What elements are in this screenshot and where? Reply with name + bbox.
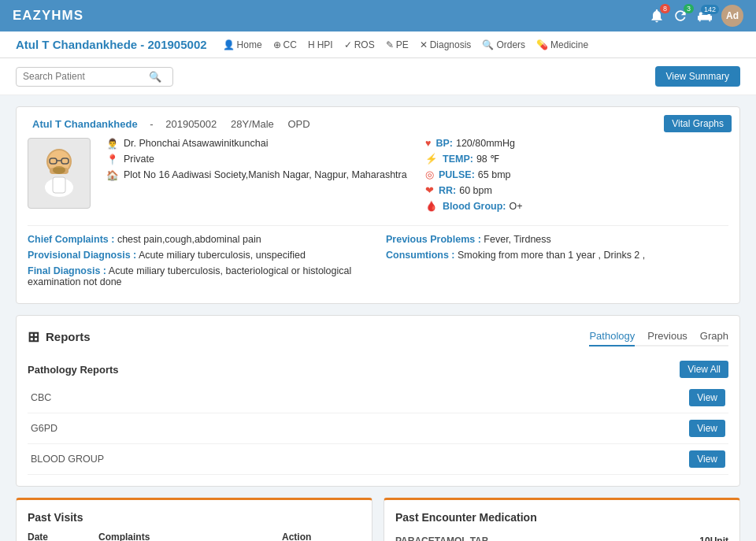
- view-cbc-button[interactable]: View: [689, 389, 725, 406]
- vital-graphs-button[interactable]: Vital Graphs: [664, 115, 732, 132]
- doctor-icon: 👨‍⚕️: [106, 138, 119, 150]
- previous-problems-value: Fever, Tirdness: [484, 234, 550, 245]
- temp-row: ⚡ TEMP: 98 ℉: [425, 153, 728, 165]
- svg-point-10: [53, 166, 65, 174]
- bp-icon: ♥: [425, 138, 431, 149]
- search-box[interactable]: 🔍: [16, 67, 173, 87]
- nav-link-diagnosis[interactable]: ✕ Diagnosis: [420, 39, 472, 50]
- notification-icon-wrapper[interactable]: 8: [649, 8, 665, 24]
- ros-icon: ✓: [344, 39, 352, 50]
- avatar-svg: [35, 144, 83, 203]
- chief-complaints-row: Chief Complaints : chest pain,cough,abdo…: [28, 234, 370, 245]
- refresh-icon-wrapper[interactable]: 3: [673, 8, 688, 24]
- report-row-blood-group: BLOOD GROUP View: [28, 444, 728, 475]
- orders-icon: 🔍: [482, 39, 494, 50]
- refresh-badge: 3: [684, 4, 694, 13]
- patient-name: Atul T Chandankhede: [32, 118, 138, 130]
- patient-avatar: [28, 138, 91, 209]
- svg-rect-0: [699, 17, 710, 19]
- patient-card: Vital Graphs Atul T Chandankhede - 20190…: [16, 106, 740, 304]
- separator: -: [150, 118, 153, 130]
- search-input[interactable]: [23, 71, 149, 82]
- navbar-icons: 8 3 142 Ad: [649, 5, 743, 27]
- grid-icon: ⊞: [28, 328, 39, 346]
- reports-tabs: Pathology Previous Graph: [589, 327, 728, 346]
- diagnosis-icon: ✕: [420, 39, 428, 50]
- patient-info-header: Atul T Chandankhede - 201905002 28Y/Male…: [28, 118, 728, 130]
- medicine-icon: 💊: [536, 39, 548, 50]
- tab-previous[interactable]: Previous: [647, 327, 687, 346]
- address-text: Plot No 16 Aadiwasi Society,Manish Nagar…: [124, 169, 407, 180]
- svg-rect-6: [53, 177, 65, 193]
- report-name-g6pd: G6PD: [31, 423, 57, 434]
- blood-group-row: 🩸 Blood Group: O+: [425, 200, 728, 212]
- past-visits-header: Date Complaints Action: [28, 532, 361, 541]
- brand-logo: EAZYHMS: [13, 8, 83, 24]
- bed-icon-wrapper[interactable]: 142: [696, 9, 713, 23]
- view-summary-button[interactable]: View Summary: [655, 66, 740, 87]
- hpi-icon: H: [308, 39, 315, 50]
- patient-header: Atul T Chandankhede - 201905002 👤 Home ⊕…: [0, 31, 756, 58]
- patient-body: 👨‍⚕️ Dr. Phonchai Atsawawinitkunchai 📍 P…: [28, 138, 728, 216]
- rr-icon: ❤: [425, 184, 434, 196]
- patient-title: Atul T Chandankhede - 201905002: [16, 38, 207, 51]
- patient-details: 👨‍⚕️ Dr. Phonchai Atsawawinitkunchai 📍 P…: [106, 138, 410, 216]
- reports-card: ⊞ Reports Pathology Previous Graph Patho…: [16, 315, 740, 487]
- search-icon: 🔍: [149, 71, 161, 83]
- pulse-icon: ◎: [425, 169, 434, 180]
- consumptions-row: Consumtions : Smoking from more than 1 y…: [386, 250, 728, 261]
- view-blood-group-button[interactable]: View: [689, 450, 725, 468]
- med-name-0: PARACETAMOL TAB: [395, 535, 488, 541]
- past-encounters-title: Past Encounter Medication: [395, 511, 728, 524]
- type-icon: 📍: [106, 154, 119, 165]
- patient-id: 201905002: [165, 118, 217, 130]
- pe-icon: ✎: [386, 39, 394, 50]
- bell-badge: 8: [660, 4, 670, 13]
- diag-right: Previous Problems : Fever, Tirdness Cons…: [386, 234, 728, 292]
- pathology-section: Pathology Reports View All CBC View G6PD…: [28, 356, 728, 475]
- patient-nav-links: 👤 Home ⊕ CC H HPI ✓ ROS ✎ PE ✕ Diagnosis…: [223, 39, 589, 50]
- home-icon: 👤: [223, 39, 235, 50]
- diag-left: Chief Complaints : chest pain,cough,abdo…: [28, 234, 370, 292]
- med-row-0: PARACETAMOL TAB 10Unit: [395, 532, 728, 541]
- nav-link-home[interactable]: 👤 Home: [223, 39, 262, 50]
- doctor-row: 👨‍⚕️ Dr. Phonchai Atsawawinitkunchai: [106, 138, 410, 150]
- rr-row: ❤ RR: 60 bpm: [425, 184, 728, 196]
- report-name-cbc: CBC: [31, 392, 51, 403]
- col-action: Action: [282, 532, 361, 541]
- view-g6pd-button[interactable]: View: [689, 420, 725, 437]
- pulse-row: ◎ PULSE: 65 bmp: [425, 169, 728, 180]
- temp-icon: ⚡: [425, 153, 438, 165]
- bp-row: ♥ BP: 120/80mmHg: [425, 138, 728, 149]
- nav-link-hpi[interactable]: H HPI: [308, 39, 333, 50]
- reports-title: ⊞ Reports: [28, 328, 91, 346]
- chief-complaints-value: chest pain,cough,abdominal pain: [117, 234, 261, 245]
- type-row: 📍 Private: [106, 154, 410, 165]
- blood-icon: 🩸: [425, 200, 438, 212]
- nav-link-medicine[interactable]: 💊 Medicine: [536, 39, 588, 50]
- nav-link-cc[interactable]: ⊕ CC: [273, 39, 297, 50]
- bottom-section: Past Visits Date Complaints Action 02/05…: [16, 498, 740, 541]
- nav-link-orders[interactable]: 🔍 Orders: [482, 39, 525, 50]
- provisional-diagnosis-value: Acute miliary tuberculosis, unspecified: [139, 250, 306, 261]
- previous-problems-row: Previous Problems : Fever, Tirdness: [386, 234, 728, 245]
- navbar: EAZYHMS 8 3 142 Ad: [0, 0, 756, 31]
- pathology-title: Pathology Reports: [28, 364, 119, 376]
- past-encounters-card: Past Encounter Medication PARACETAMOL TA…: [384, 498, 740, 541]
- nav-link-ros[interactable]: ✓ ROS: [344, 39, 375, 50]
- nav-link-pe[interactable]: ✎ PE: [386, 39, 409, 50]
- past-visits-title: Past Visits: [28, 511, 361, 524]
- med-qty-0: 10Unit: [699, 535, 728, 541]
- report-row-g6pd: G6PD View: [28, 413, 728, 444]
- patient-type-detail: Private: [124, 154, 154, 165]
- report-row-cbc: CBC View: [28, 383, 728, 413]
- tab-graph[interactable]: Graph: [700, 327, 728, 346]
- consumptions-value: Smoking from more than 1 year , Drinks 2…: [458, 250, 645, 261]
- main-content: Vital Graphs Atul T Chandankhede - 20190…: [0, 95, 756, 541]
- tab-pathology[interactable]: Pathology: [589, 327, 635, 346]
- view-all-button[interactable]: View All: [680, 361, 728, 378]
- address-row: 🏠 Plot No 16 Aadiwasi Society,Manish Nag…: [106, 169, 410, 181]
- age-gender: 28Y/Male: [231, 118, 274, 130]
- user-avatar[interactable]: Ad: [721, 5, 743, 27]
- past-visits-card: Past Visits Date Complaints Action 02/05…: [16, 498, 372, 541]
